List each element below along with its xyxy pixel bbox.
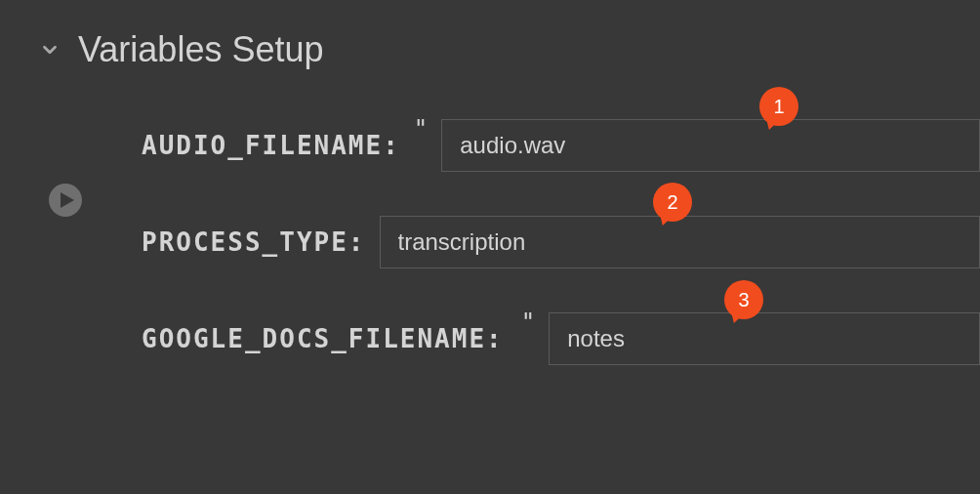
variable-rows: AUDIO_FILENAME: " 1 PROCESS_TYPE: 2 GOOG…	[142, 119, 980, 365]
var-label: GOOGLE_DOCS_FILENAME:	[142, 324, 504, 353]
annotation-badge-3: 3	[724, 280, 763, 319]
variable-row-process-type: PROCESS_TYPE: 2	[142, 216, 980, 268]
var-label: PROCESS_TYPE:	[142, 227, 366, 257]
annotation-badge-2: 2	[653, 183, 692, 222]
google-docs-filename-input[interactable]	[549, 312, 980, 365]
chevron-down-icon	[39, 39, 61, 61]
quote-mark: "	[521, 309, 535, 336]
variable-row-audio-filename: AUDIO_FILENAME: " 1	[142, 119, 980, 172]
audio-filename-input[interactable]	[441, 119, 980, 172]
section-header[interactable]: Variables Setup	[39, 29, 980, 70]
quote-mark: "	[414, 115, 428, 143]
variable-row-google-docs-filename: GOOGLE_DOCS_FILENAME: " 3	[142, 312, 980, 365]
section-title: Variables Setup	[78, 29, 324, 70]
play-icon	[61, 192, 74, 208]
run-cell-button[interactable]	[49, 184, 82, 217]
annotation-badge-1: 1	[759, 87, 798, 126]
process-type-input[interactable]	[380, 216, 981, 268]
var-label: AUDIO_FILENAME:	[142, 131, 400, 160]
